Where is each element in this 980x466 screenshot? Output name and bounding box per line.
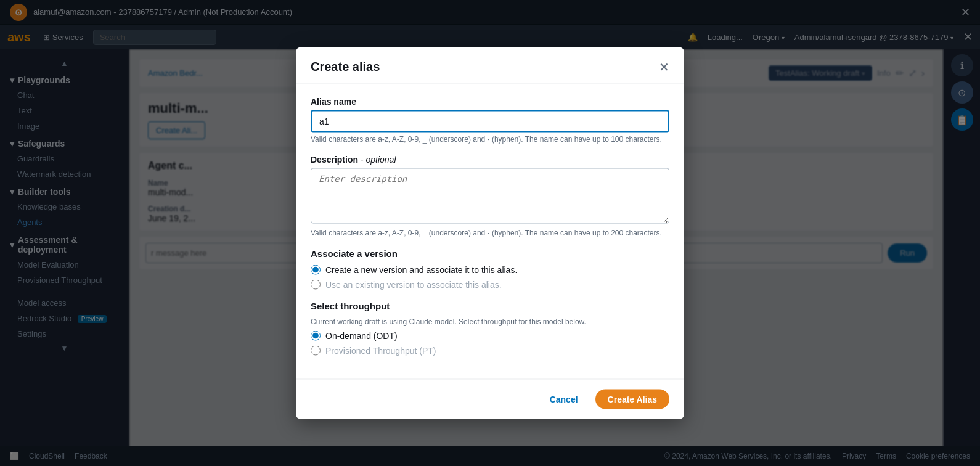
- throughput-radio-group: On-demand (ODT) Provisioned Throughput (…: [311, 331, 669, 356]
- provisioned-throughput-label: Provisioned Throughput (PT): [325, 346, 436, 356]
- description-group: Description - optional Valid characters …: [311, 155, 669, 237]
- modal-close-button[interactable]: ✕: [659, 60, 669, 73]
- modal-header: Create alias ✕: [296, 47, 684, 84]
- modal-body: Alias name Valid characters are a-z, A-Z…: [296, 84, 684, 379]
- modal-footer: Cancel Create Alias: [296, 379, 684, 419]
- associate-version-radio-group: Create a new version and associate it to…: [311, 265, 669, 290]
- alias-name-input[interactable]: [311, 110, 669, 133]
- provisioned-radio-item[interactable]: Provisioned Throughput (PT): [311, 346, 669, 356]
- existing-version-radio-item[interactable]: Use an existing version to associate thi…: [311, 280, 669, 290]
- on-demand-radio[interactable]: [311, 331, 321, 341]
- description-hint: Valid characters are a-z, A-Z, 0-9, _ (u…: [311, 229, 669, 237]
- new-version-radio[interactable]: [311, 265, 321, 275]
- alias-name-hint: Valid characters are a-z, A-Z, 0-9, _ (u…: [311, 135, 669, 144]
- provisioned-radio[interactable]: [311, 346, 321, 356]
- select-throughput-title: Select throughput: [311, 301, 669, 311]
- modal-title: Create alias: [311, 60, 380, 74]
- create-alias-button-modal[interactable]: Create Alias: [595, 390, 669, 409]
- on-demand-label: On-demand (ODT): [325, 331, 398, 341]
- select-throughput-group: Select throughput Current working draft …: [311, 301, 669, 356]
- description-input[interactable]: [311, 168, 669, 224]
- alias-name-group: Alias name Valid characters are a-z, A-Z…: [311, 97, 669, 144]
- select-throughput-hint: Current working draft is using Claude mo…: [311, 317, 669, 326]
- associate-version-title: Associate a version: [311, 248, 669, 259]
- alias-name-label: Alias name: [311, 97, 669, 107]
- cancel-button[interactable]: Cancel: [540, 390, 588, 409]
- new-version-radio-item[interactable]: Create a new version and associate it to…: [311, 265, 669, 275]
- existing-version-radio[interactable]: [311, 280, 321, 290]
- associate-version-group: Associate a version Create a new version…: [311, 248, 669, 290]
- existing-version-label: Use an existing version to associate thi…: [325, 280, 502, 290]
- new-version-label: Create a new version and associate it to…: [325, 265, 517, 275]
- on-demand-radio-item[interactable]: On-demand (ODT): [311, 331, 669, 341]
- create-alias-modal: Create alias ✕ Alias name Valid characte…: [296, 47, 684, 419]
- description-label: Description - optional: [311, 155, 669, 165]
